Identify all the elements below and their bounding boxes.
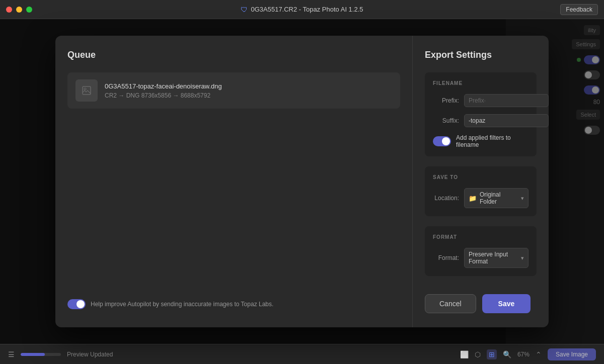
main-content: ility Settings 80 Select Queue: [0, 19, 604, 344]
chevron-down-icon: ▾: [521, 195, 524, 202]
queue-panel: Queue 0G3A5517-topaz-faceai-denoiseraw.d…: [55, 36, 413, 327]
dialog-actions: Cancel Save: [425, 286, 537, 313]
svg-rect-0: [83, 86, 91, 95]
maximize-button[interactable]: [26, 7, 32, 13]
folder-icon: 📁: [469, 195, 477, 202]
prefix-input[interactable]: [464, 94, 549, 107]
minimize-button[interactable]: [16, 7, 22, 13]
filename-section: FILENAME Prefix: Suffix: Select Add appl…: [425, 72, 537, 156]
export-settings-panel: Export Settings FILENAME Prefix: Suffix:…: [413, 36, 549, 327]
title-bar: 🛡 0G3A5517.CR2 - Topaz Photo AI 1.2.5 Fe…: [0, 0, 604, 19]
location-label: Location:: [433, 195, 459, 202]
prefix-row: Prefix:: [433, 94, 528, 107]
autopilot-row: Help improve Autopilot by sending inaccu…: [67, 295, 400, 313]
traffic-lights: [6, 7, 32, 13]
filter-toggle-label: Add applied filters to filename: [456, 134, 528, 148]
app-icon: 🛡: [241, 6, 248, 14]
filename-section-label: FILENAME: [433, 80, 528, 86]
expand-icon[interactable]: ⌃: [536, 350, 542, 358]
autopilot-text: Help improve Autopilot by sending inaccu…: [91, 301, 273, 308]
prefix-label: Prefix:: [433, 97, 459, 104]
suffix-input[interactable]: [464, 114, 549, 127]
queue-item: 0G3A5517-topaz-faceai-denoiseraw.dng CR2…: [67, 72, 400, 109]
format-chevron-icon: ▾: [521, 255, 524, 261]
progress-fill: [21, 353, 45, 356]
progress-bar: [21, 353, 61, 356]
queue-title: Queue: [67, 50, 400, 60]
svg-point-1: [84, 88, 86, 90]
compare-icon[interactable]: ⬡: [475, 350, 481, 358]
bottom-icons: ⬜ ⬡ ⊞ 🔍 67% ⌃: [460, 349, 542, 359]
modal-overlay: Queue 0G3A5517-topaz-faceai-denoiseraw.d…: [0, 19, 604, 344]
autopilot-toggle[interactable]: [67, 299, 86, 309]
close-button[interactable]: [6, 7, 12, 13]
grid-icon[interactable]: ⊞: [487, 349, 497, 359]
menu-icon[interactable]: ☰: [8, 350, 15, 358]
export-title: Export Settings: [425, 50, 537, 60]
format-section: FORMAT Format: Preserve Input Format ▾: [425, 226, 537, 276]
queue-meta: CR2 → DNG 8736x5856 → 8688x5792: [105, 92, 222, 99]
location-dropdown[interactable]: 📁 Original Folder ▾: [464, 188, 528, 208]
location-row: Location: 📁 Original Folder ▾: [433, 188, 528, 208]
zoom-icon[interactable]: 🔍: [503, 350, 511, 358]
save-to-section: SAVE TO Location: 📁 Original Folder ▾: [425, 166, 537, 216]
cancel-button[interactable]: Cancel: [425, 294, 476, 313]
filter-toggle[interactable]: [433, 136, 451, 146]
location-value: Original Folder: [480, 191, 518, 205]
format-section-label: FORMAT: [433, 234, 528, 240]
queue-thumbnail: [76, 79, 98, 102]
suffix-label: Suffix:: [433, 117, 459, 124]
queue-info: 0G3A5517-topaz-faceai-denoiseraw.dng CR2…: [105, 82, 222, 99]
preview-status: Preview Updated: [67, 351, 113, 358]
format-dropdown[interactable]: Preserve Input Format ▾: [464, 248, 528, 268]
suffix-row: Suffix: Select: [433, 114, 528, 127]
save-image-button[interactable]: Save Image: [548, 348, 596, 360]
display-icon[interactable]: ⬜: [460, 350, 469, 358]
save-to-label: SAVE TO: [433, 174, 528, 180]
format-label: Format:: [433, 254, 459, 261]
export-dialog: Queue 0G3A5517-topaz-faceai-denoiseraw.d…: [55, 36, 549, 327]
feedback-button[interactable]: Feedback: [560, 4, 598, 15]
bottom-bar: ☰ Preview Updated ⬜ ⬡ ⊞ 🔍 67% ⌃ Save Ima…: [0, 344, 604, 364]
zoom-level: 67%: [517, 351, 530, 358]
window-title: 🛡 0G3A5517.CR2 - Topaz Photo AI 1.2.5: [241, 6, 363, 14]
format-row: Format: Preserve Input Format ▾: [433, 248, 528, 268]
queue-filename: 0G3A5517-topaz-faceai-denoiseraw.dng: [105, 82, 222, 90]
save-button[interactable]: Save: [482, 294, 531, 313]
filter-toggle-row: Add applied filters to filename: [433, 134, 528, 148]
format-value: Preserve Input Format: [469, 251, 521, 265]
